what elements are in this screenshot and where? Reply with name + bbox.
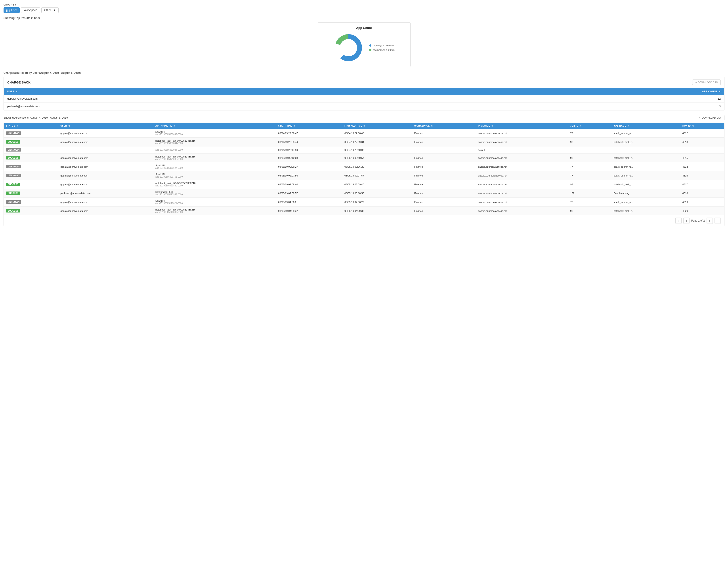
chargeback-appcount-cell: 3 [442,103,724,110]
apps-table-header-row: STATUS ⇅ USER ⇅ APP NAME / ID ⇅ START TI… [4,123,724,129]
chargeback-user-cell: gopala@unraveldata.com [4,95,442,103]
app-starttime-cell: 08/04/19 22:06:47 [276,129,342,138]
chart-area: gopala@u..:80.00% pschwab@..:20.00% [322,32,407,63]
app-finishedtime-cell: 08/04/19 23:40:03 [342,146,412,153]
app-name: notebook_task_57504900551338216 [156,155,274,158]
app-name-cell: notebook_task_57504900551338216 app-2019… [153,138,276,146]
col-jobname[interactable]: JOB NAME ⇅ [612,123,680,129]
col-workspace[interactable]: WORKSPACE ⇅ [412,123,476,129]
app-runid-cell: 4519 [680,198,724,207]
app-jobname-cell: spark_submit_ta... [612,171,680,180]
app-starttime-cell: 08/05/19 04:06:21 [276,198,342,207]
pagination-prev-button[interactable]: ‹ [684,218,690,224]
app-finishedtime-cell: 08/04/19 22:09:34 [342,138,412,146]
app-status-cell: UNKNOWN [4,162,58,171]
sort-icon-runid: ⇅ [692,125,694,127]
donut-chart [333,32,364,63]
legend-label-gopala: gopala@u..:80.00% [373,44,394,47]
chargeback-col-appcount[interactable]: APP COUNT ⇅ [442,88,724,95]
app-workspace-cell: Finance [412,171,476,180]
legend-label-pschwab: pschwab@..:20.00% [373,48,395,51]
app-status-cell: SUCCESS [4,189,58,198]
sort-icon-status: ⇅ [17,125,19,127]
app-jobid-cell: 77 [568,129,612,138]
col-starttime[interactable]: START TIME ⇅ [276,123,342,129]
app-id: app-20190805050844-0000 [156,142,274,144]
chart-title: App Count [322,26,407,30]
app-name: Spark Pi [156,173,274,176]
chargeback-download-label: DOWNLOAD CSV [698,81,718,84]
app-name: Databricks Shell [156,191,274,193]
applications-download-label: DOWNLOAD CSV [702,116,722,119]
status-badge: SUCCESS [6,183,20,186]
app-finishedtime-cell: 08/05/19 00:10:57 [342,153,412,162]
app-runid-cell: 4520 [680,207,724,215]
chargeback-download-button[interactable]: ⬇ DOWNLOAD CSV [692,80,721,85]
table-row: gopala@unraveldata.com 12 [4,95,724,103]
app-instance-cell: eastus.azuredatabricks.net [476,171,568,180]
grid-icon [6,9,9,12]
sort-icon-workspace: ⇅ [431,125,433,127]
pagination-next-button[interactable]: › [707,218,713,224]
legend-dot-blue [369,44,371,46]
app-runid-cell: 4514 [680,162,724,171]
app-user-cell: gopala@unraveldata.com [58,180,153,189]
donut-hole [340,39,357,56]
col-status[interactable]: STATUS ⇅ [4,123,58,129]
table-row: SUCCESS pschwab@unraveldata.com Databric… [4,189,724,198]
sort-icon-starttime: ⇅ [294,125,296,127]
app-workspace-cell [412,146,476,153]
group-by-workspace-button[interactable]: Workspace [21,7,40,13]
app-user-cell: gopala@unraveldata.com [58,198,153,207]
app-instance-cell: eastus.azuredatabricks.net [476,207,568,215]
pagination-last-button[interactable]: » [715,218,721,224]
app-name-cell: notebook_task_57504900551338216 app-2019… [153,180,276,189]
app-starttime-cell: 08/04/19 22:08:44 [276,138,342,146]
download-icon: ⬇ [695,81,697,84]
app-name-cell: Spark Pi app-20190805050647-0000 [153,129,276,138]
table-row: UNKNOWN gopala@unraveldata.com Spark Pi … [4,198,724,207]
status-badge: SUCCESS [6,156,20,159]
app-workspace-cell: Finance [412,189,476,198]
app-runid-cell: 4518 [680,189,724,198]
app-starttime-cell: 08/05/19 02:08:40 [276,180,342,189]
applications-download-button[interactable]: ⬇ DOWNLOAD CSV [696,115,724,120]
group-by-label: GROUP BY [4,4,724,6]
app-name-cell: Spark Pi app-20190805090756-0000 [153,171,276,180]
chargeback-card-header: CHARGE BACK ⬇ DOWNLOAD CSV [4,77,724,88]
app-name: Spark Pi [156,200,274,202]
col-instance[interactable]: INSTANCE ⇅ [476,123,568,129]
app-runid-cell [680,146,724,153]
app-id: app-20190805061044-0000 [156,149,274,151]
chargeback-card: CHARGE BACK ⬇ DOWNLOAD CSV USER ⇅ APP CO… [4,77,724,110]
applications-label: Showing Applications: August 4, 2019 - A… [4,116,68,119]
chargeback-col-user[interactable]: USER ⇅ [4,88,442,95]
col-runid[interactable]: RUN ID ⇅ [680,123,724,129]
app-name: notebook_task_57504900551338216 [156,208,274,211]
col-jobid[interactable]: JOB ID ⇅ [568,123,612,129]
chargeback-table-body: gopala@unraveldata.com 12 pschwab@unrave… [4,95,724,110]
app-workspace-cell: Finance [412,153,476,162]
app-id: app-20190805110621-0000 [156,202,274,205]
col-finishedtime[interactable]: FINISHED TIME ⇅ [342,123,412,129]
app-name-cell: Spark Pi app-20190805070627-0000 [153,162,276,171]
app-user-cell: gopala@unraveldata.com [58,207,153,215]
col-user[interactable]: USER ⇅ [58,123,153,129]
app-runid-cell: 4517 [680,180,724,189]
table-row: SUCCESS gopala@unraveldata.com notebook_… [4,138,724,146]
sort-icon-jobid: ⇅ [580,125,582,127]
app-finishedtime-cell: 08/05/19 04:06:22 [342,198,412,207]
app-instance-cell: eastus.azuredatabricks.net [476,198,568,207]
app-id: app-20190805070627-0000 [156,167,274,169]
group-by-other-button[interactable]: Other.. ▼ [41,7,59,13]
col-appnameid[interactable]: APP NAME / ID ⇅ [153,123,276,129]
group-by-user-button[interactable]: User [4,7,20,13]
app-workspace-cell: Finance [412,207,476,215]
app-jobid-cell: 77 [568,162,612,171]
app-finishedtime-cell: 08/05/19 00:06:29 [342,162,412,171]
app-jobid-cell: 93 [568,138,612,146]
apps-table-body: UNKNOWN gopala@unraveldata.com Spark Pi … [4,129,724,215]
chart-legend: gopala@u..:80.00% pschwab@..:20.00% [369,44,395,51]
pagination-first-button[interactable]: « [675,218,681,224]
app-name: Spark Pi [156,164,274,167]
